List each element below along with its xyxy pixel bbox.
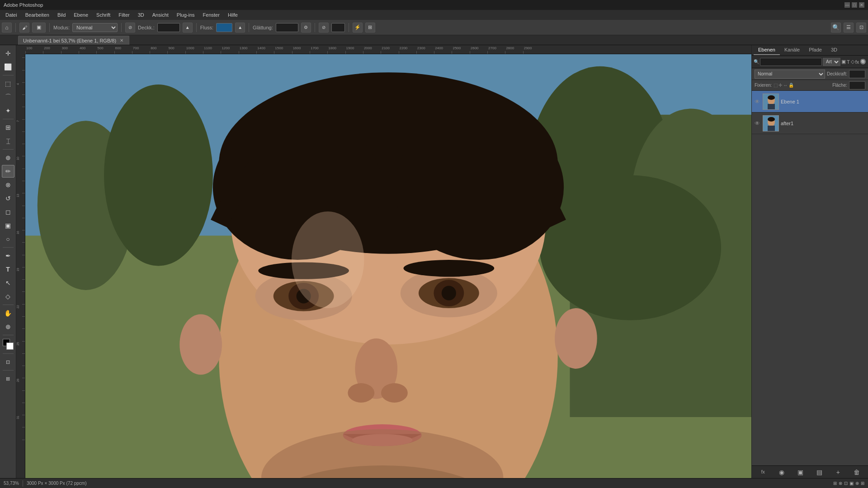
blend-mode-select[interactable]: Normal Multiplizieren Abblenden Aufhelle…: [755, 70, 825, 79]
status-icon-4[interactable]: ▣: [849, 481, 854, 486]
opacity-input[interactable]: 100%: [157, 23, 180, 32]
brush-preset-picker[interactable]: 🖌: [19, 23, 29, 33]
eraser-tool[interactable]: ◻: [2, 206, 14, 218]
layers-toolbar: 🔍 Art ▣ T ◇ fx 🔘: [752, 56, 868, 68]
screen-mode-btn[interactable]: ⊞: [2, 372, 14, 385]
extra-btn[interactable]: ⊞: [365, 23, 375, 33]
layer-group-btn[interactable]: ▤: [815, 468, 824, 477]
hand-tool[interactable]: ✋: [2, 307, 14, 319]
workspace-btn[interactable]: ☰: [844, 23, 854, 33]
menu-fenster[interactable]: Fenster: [199, 11, 223, 19]
path-select-tool[interactable]: ↖: [2, 277, 14, 289]
lasso-tool[interactable]: ⌒: [2, 91, 14, 103]
menu-datei[interactable]: Datei: [2, 11, 21, 19]
smoothing-input[interactable]: 0%: [276, 23, 298, 32]
menu-3d[interactable]: 3D: [134, 11, 148, 19]
lock-paint-btn[interactable]: ✛: [778, 83, 782, 88]
canvas-area: 1002003004005006007008009001000110012001…: [16, 45, 751, 478]
menu-filter[interactable]: Filter: [115, 11, 133, 19]
menu-bild[interactable]: Bild: [54, 11, 69, 19]
tab-ebenen[interactable]: Ebenen: [754, 45, 780, 55]
opacity-row-input[interactable]: 100%: [849, 70, 865, 78]
filter-pixel-btn[interactable]: ▣: [841, 57, 846, 66]
maximize-btn[interactable]: □: [852, 2, 857, 8]
flow-input[interactable]: 3%: [216, 23, 232, 32]
zoom-tool[interactable]: ⊕: [2, 320, 14, 333]
menu-hilfe[interactable]: Hilfe: [224, 11, 241, 19]
tab-close-btn[interactable]: ✕: [119, 38, 124, 43]
artboard-tool[interactable]: ⬜: [2, 61, 14, 73]
brush-mode-select[interactable]: Normal Multiplizieren Abblenden: [72, 23, 118, 32]
menu-bar: Datei Bearbeiten Bild Ebene Schrift Filt…: [0, 10, 868, 20]
document-tab[interactable]: Unbenannt-1 bei 53,7% (Ebene 1, RGB/8) ✕: [18, 36, 129, 45]
move-tool[interactable]: ✛: [2, 47, 14, 60]
layer-fx-btn[interactable]: fx: [759, 468, 768, 477]
menu-schrift[interactable]: Schrift: [93, 11, 114, 19]
color-picker[interactable]: [3, 339, 14, 350]
filter-text-btn[interactable]: T: [847, 57, 850, 66]
flow-pressure-btn[interactable]: ▲: [235, 23, 245, 33]
lock-move-btn[interactable]: ↔: [783, 83, 788, 88]
filter-shape-btn[interactable]: ◇: [851, 57, 854, 66]
eyedropper-tool[interactable]: ⌶: [2, 135, 14, 147]
opacity-label: Deckk.:: [138, 25, 155, 30]
status-icon-3[interactable]: ⊡: [844, 481, 848, 486]
minimize-btn[interactable]: —: [844, 2, 850, 8]
search-btn[interactable]: 🔍: [831, 23, 841, 33]
layer-delete-btn[interactable]: 🗑: [852, 468, 861, 477]
menu-bearbeiten[interactable]: Bearbeiten: [22, 11, 53, 19]
shape-tool[interactable]: ◇: [2, 290, 14, 303]
layer-item[interactable]: 👁 after1: [752, 113, 868, 134]
tab-pfade[interactable]: Pfade: [804, 45, 826, 55]
pen-tool[interactable]: ✒: [2, 249, 14, 262]
quick-mask-btn[interactable]: ⊡: [2, 356, 14, 368]
brush-settings-btn[interactable]: ▣: [32, 23, 46, 33]
filter-effects-btn[interactable]: fx: [855, 57, 859, 66]
status-icon-5[interactable]: ⊕: [855, 481, 859, 486]
rect-select-tool[interactable]: ⬚: [2, 77, 14, 90]
share-btn[interactable]: ⊡: [856, 23, 866, 33]
gradient-tool[interactable]: ▣: [2, 219, 14, 232]
canvas-container[interactable]: [25, 54, 751, 478]
home-button[interactable]: ⌂: [2, 23, 12, 33]
status-icon-6[interactable]: ⊞: [861, 481, 864, 486]
window-controls[interactable]: — □ ✕: [844, 2, 864, 8]
menu-plugins[interactable]: Plug-ins: [173, 11, 198, 19]
quick-select-tool[interactable]: ✦: [2, 104, 14, 117]
layer-thumbnail: [763, 115, 779, 131]
history-brush-tool[interactable]: ↺: [2, 192, 14, 205]
lock-all-btn[interactable]: 🔒: [788, 83, 794, 88]
layer-visibility-btn[interactable]: 👁: [754, 120, 761, 127]
spot-healing-tool[interactable]: ⊕: [2, 151, 14, 164]
text-tool[interactable]: T: [2, 263, 14, 276]
tab-kanaele[interactable]: Kanäle: [780, 45, 804, 55]
filter-toggle-btn[interactable]: 🔘: [860, 57, 866, 66]
layers-fill-row: Fixieren: ⬚ ✛ ↔ 🔒 Fläche: 100%: [752, 80, 868, 91]
menu-ebene[interactable]: Ebene: [70, 11, 92, 19]
symmetry-btn[interactable]: ⚡: [353, 23, 363, 33]
status-icon-2[interactable]: ⊗: [839, 481, 842, 486]
dodge-tool[interactable]: ○: [2, 233, 14, 245]
layer-adjustment-btn[interactable]: ▣: [796, 468, 805, 477]
airbrush-btn[interactable]: ⊘: [125, 23, 135, 33]
tab-3d[interactable]: 3D: [826, 45, 842, 55]
layers-type-select[interactable]: Art: [823, 58, 840, 66]
menu-ansicht[interactable]: Ansicht: [149, 11, 172, 19]
background-color[interactable]: [6, 343, 14, 350]
opacity-pressure-btn[interactable]: ▲: [183, 23, 193, 33]
crop-tool[interactable]: ⊞: [2, 121, 14, 134]
clone-stamp-tool[interactable]: ⊗: [2, 178, 14, 191]
close-btn[interactable]: ✕: [859, 2, 864, 8]
angle-input[interactable]: 0°: [331, 23, 345, 32]
brush-tool[interactable]: ✏: [2, 165, 14, 178]
layer-mask-btn[interactable]: ◉: [777, 468, 786, 477]
lock-transparent-btn[interactable]: ⬚: [774, 83, 778, 88]
layers-filter-type[interactable]: [760, 58, 822, 66]
layer-item[interactable]: 👁 Ebene 1: [752, 91, 868, 113]
layer-visibility-btn[interactable]: 👁: [754, 98, 761, 105]
brush-angle-btn[interactable]: ⊘: [319, 23, 329, 33]
fill-row-input[interactable]: 100%: [849, 81, 865, 89]
smoothing-options-btn[interactable]: ⚙: [301, 23, 311, 33]
layer-new-btn[interactable]: +: [834, 468, 843, 477]
status-icon-1[interactable]: ⊞: [833, 481, 837, 486]
